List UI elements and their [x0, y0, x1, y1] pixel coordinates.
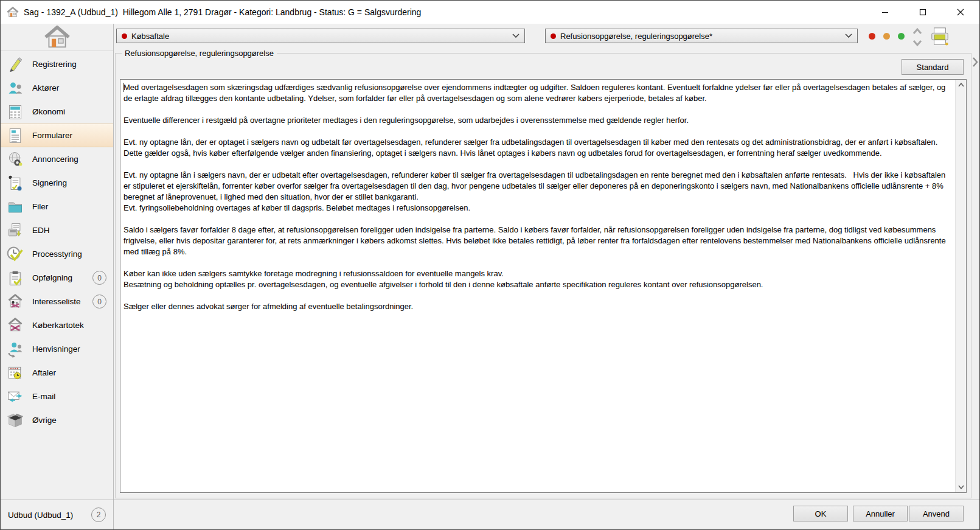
groupbox-title: Refusionsopgørelse, reguleringsopgørelse: [122, 49, 277, 58]
printer-doc-icon: [6, 221, 24, 240]
sidebar-item-label: Signering: [32, 178, 67, 187]
sidebar-item-opfolgning[interactable]: Opfølgning 0: [1, 266, 113, 290]
red-dot-icon: [122, 33, 127, 39]
clipboard-check-icon: [6, 269, 24, 287]
sidebar-item-formularer[interactable]: Formularer: [1, 124, 113, 147]
clock-check-icon: [6, 245, 24, 263]
window-controls: [866, 1, 979, 24]
sidebar-item-label: Formularer: [32, 131, 72, 140]
sidebar-nav: Registrering Aktører: [1, 51, 113, 432]
form-select-left-value: Købsaftale: [131, 32, 169, 41]
count-badge: 2: [91, 507, 106, 522]
house-icon: [43, 26, 71, 49]
vertical-scrollbar[interactable]: [955, 80, 966, 492]
sidebar-item-label: Økonomi: [32, 107, 65, 116]
people-arrow-icon: [6, 340, 24, 358]
email-icon: [6, 388, 24, 406]
sidebar-item-aftaler[interactable]: Aftaler: [1, 361, 113, 385]
house-people-icon: [6, 293, 24, 311]
sidebar-item-label: Øvrige: [32, 416, 57, 425]
maximize-button[interactable]: [904, 1, 942, 24]
sidebar-item-filer[interactable]: Filer: [1, 195, 113, 218]
expand-panel-button chevron-right-icon[interactable]: [972, 57, 978, 68]
close-button[interactable]: [942, 1, 979, 24]
sidebar-item-signering[interactable]: Signering: [1, 171, 113, 195]
sidebar-item-registrering[interactable]: Registrering: [1, 52, 113, 76]
form-select-right[interactable]: Refusionsopgørelse, reguleringsopgørelse…: [545, 29, 858, 43]
globe-gear-icon: [6, 150, 24, 169]
sidebar-item-label: Aftaler: [32, 368, 56, 377]
sidebar-item-annoncering[interactable]: Annoncering: [1, 147, 113, 171]
form-groupbox: Refusionsopgørelse, reguleringsopgørelse…: [115, 53, 971, 498]
sidebar-item-label: Annoncering: [32, 155, 78, 164]
sidebar-item-label: Interesseliste: [32, 297, 81, 306]
sidebar-item-label: Registrering: [32, 60, 77, 69]
standard-button[interactable]: Standard: [902, 59, 964, 75]
form-select-right-value: Refusionsopgørelse, reguleringsopgørelse…: [560, 32, 712, 41]
sidebar-footer-udbud[interactable]: Udbud (Udbud_1) 2: [1, 500, 114, 529]
calendar-clock-icon: [6, 364, 24, 382]
sidebar-item-aktorer[interactable]: Aktører: [1, 76, 113, 100]
folder-icon: [6, 198, 24, 216]
form-text-editor[interactable]: Med overtagelsesdagen som skæringsdag ud…: [120, 79, 967, 493]
cancel-button[interactable]: Annuller: [853, 506, 908, 521]
house-bow-icon: [6, 316, 24, 335]
calculator-icon: [6, 103, 24, 121]
sidebar-item-label: Opfølgning: [32, 273, 72, 282]
chevron-down-icon[interactable]: [912, 40, 923, 47]
count-badge: 0: [92, 295, 106, 309]
sidebar-item-label: Filer: [32, 202, 48, 211]
pen-icon: [6, 55, 24, 74]
status-dot-red[interactable]: [869, 33, 875, 40]
form-select-left[interactable]: Købsaftale: [116, 29, 525, 43]
sidebar-item-edh[interactable]: EDH: [1, 218, 113, 242]
sidebar-item-ovrige[interactable]: Øvrige: [1, 408, 113, 432]
form-icon: [6, 127, 24, 145]
status-dot-orange[interactable]: [883, 33, 890, 40]
app-window: Sag - 1392_A (Udbud_1) Hillegom Alle 1, …: [0, 0, 980, 530]
home-button[interactable]: [1, 24, 113, 51]
box-icon: [6, 411, 24, 430]
sidebar-item-label: Køberkartotek: [32, 321, 84, 330]
scroll-down-icon[interactable]: [956, 482, 966, 492]
red-dot-icon: [551, 33, 556, 39]
sidebar: Registrering Aktører: [1, 24, 114, 500]
bottom-bar: Udbud (Udbud_1) 2 OK Annuller Anvend: [1, 500, 979, 529]
signature-icon: [6, 174, 24, 192]
house-icon: [7, 7, 19, 18]
sidebar-item-label: E-mail: [32, 392, 55, 401]
window-title: Sag - 1392_A (Udbud_1) Hillegom Alle 1, …: [24, 7, 421, 17]
print-button[interactable]: [928, 26, 952, 47]
scroll-up-icon[interactable]: [956, 80, 966, 90]
printer-icon: [930, 27, 950, 46]
reorder-controls: [911, 27, 924, 47]
sidebar-item-label: Processtyring: [32, 249, 82, 259]
sidebar-item-koberkartotek[interactable]: Køberkartotek: [1, 313, 113, 337]
sidebar-item-label: EDH: [32, 226, 50, 235]
titlebar: Sag - 1392_A (Udbud_1) Hillegom Alle 1, …: [1, 1, 979, 24]
minimize-button[interactable]: [866, 1, 904, 24]
sidebar-item-okonomi[interactable]: Økonomi: [1, 100, 113, 124]
editor-text: Med overtagelsesdagen som skæringsdag ud…: [123, 82, 950, 490]
sidebar-item-processtyring[interactable]: Processtyring: [1, 242, 113, 266]
chevron-down-icon: [512, 33, 520, 38]
sidebar-item-email[interactable]: E-mail: [1, 385, 113, 408]
chevron-down-icon: [845, 33, 852, 38]
sidebar-item-label: Aktører: [32, 83, 59, 92]
chevron-up-icon[interactable]: [912, 27, 923, 35]
apply-button[interactable]: Anvend: [909, 506, 964, 521]
sidebar-item-label: Henvisninger: [32, 344, 80, 354]
status-dot-green[interactable]: [898, 33, 905, 40]
ok-button[interactable]: OK: [793, 506, 848, 521]
sidebar-item-interesseliste[interactable]: Interesseliste 0: [1, 290, 113, 313]
people-icon: [6, 79, 24, 97]
sidebar-footer-label: Udbud (Udbud_1): [8, 511, 73, 520]
sidebar-item-henvisninger[interactable]: Henvisninger: [1, 337, 113, 361]
count-badge: 0: [92, 271, 106, 285]
